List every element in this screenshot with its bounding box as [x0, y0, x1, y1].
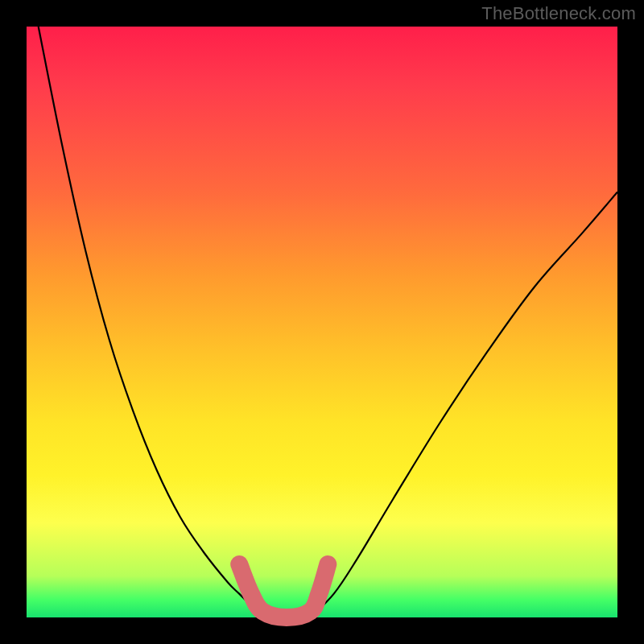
watermark-text: TheBottleneck.com	[481, 3, 636, 24]
right-curve	[310, 192, 617, 617]
plot-area	[27, 27, 617, 617]
curves-svg	[27, 27, 617, 617]
valley-highlight	[239, 564, 328, 617]
left-curve	[39, 27, 263, 617]
chart-frame: TheBottleneck.com	[0, 0, 644, 644]
